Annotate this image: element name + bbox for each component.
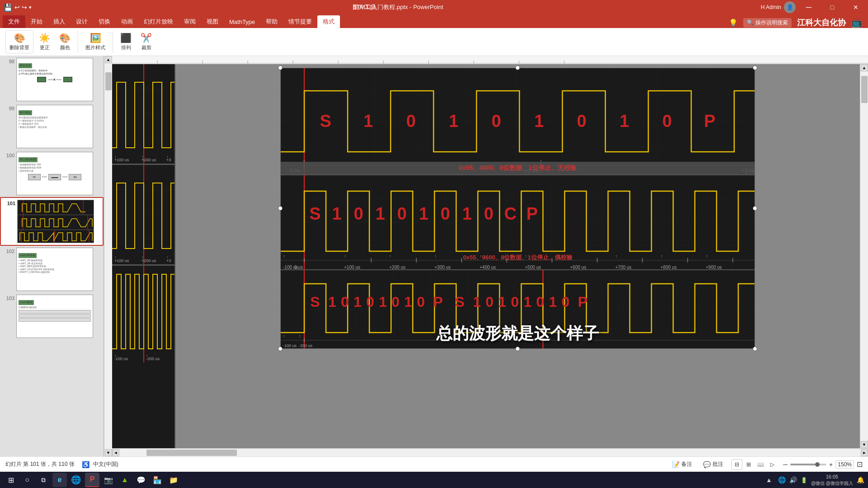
tab-file[interactable]: 文件	[3, 15, 25, 28]
zoom-slider-thumb[interactable]	[815, 462, 820, 467]
svg-rect-50	[112, 264, 175, 266]
tab-format[interactable]: 格式	[317, 15, 340, 28]
tab-review[interactable]: 审阅	[179, 15, 201, 28]
svg-rect-0	[18, 200, 94, 215]
ribbon-group-remove-bg[interactable]: 🎨删除背景	[5, 30, 33, 53]
tab-insert[interactable]: 插入	[48, 15, 71, 28]
search-btn[interactable]: ○	[20, 473, 34, 487]
slide-sorter-btn[interactable]: ⊞	[743, 459, 754, 470]
tab-help[interactable]: 帮助	[260, 15, 283, 28]
tab-mathtype[interactable]: MathType	[224, 15, 260, 28]
svg-rect-60	[281, 68, 755, 174]
hscroll-left-btn[interactable]: ◄	[112, 449, 119, 456]
taskview-btn[interactable]: ⧉	[36, 473, 51, 487]
search-icon: 🔍	[747, 19, 754, 26]
volume-icon[interactable]: 🔊	[789, 476, 797, 484]
save-icon[interactable]: 💾	[4, 3, 13, 12]
redo-icon[interactable]: ↪	[22, 4, 27, 11]
slide-thumb-102: UART寄存器 • UART_DR 数据寄存器 • UART_SR 状态寄存器 …	[16, 248, 93, 291]
svg-text:+600 us: +600 us	[570, 265, 586, 269]
slide-info: 幻灯片 第 101 张，共 110 张	[5, 460, 75, 468]
scroll-up-btn[interactable]: ▲	[105, 56, 112, 63]
minimize-btn[interactable]: ─	[798, 0, 819, 14]
zoom-minus[interactable]: ─	[783, 461, 788, 468]
svg-text:↑: ↑	[166, 255, 168, 259]
tab-storyboard[interactable]: 情节提要	[283, 15, 317, 28]
tab-home[interactable]: 开始	[25, 15, 48, 28]
start-btn[interactable]: ⊞	[4, 473, 18, 487]
normal-view-btn[interactable]: ⊟	[731, 459, 742, 470]
vscroll-track	[861, 71, 868, 441]
tab-animation[interactable]: 动画	[116, 15, 138, 28]
powerpoint-app[interactable]: P	[85, 473, 99, 487]
slide-item-99[interactable]: 99 电平规定 串行通信协议规定的逻辑电平 0 = 逻辑高电平 (3.3V/5V…	[0, 103, 104, 150]
vscroll-up-btn[interactable]: ▲	[861, 64, 868, 71]
hscroll-right-btn[interactable]: ►	[861, 449, 868, 456]
zoom-slider-track[interactable]	[790, 464, 826, 465]
brand-label: 江科大自化协	[797, 17, 846, 28]
ribbon-group-crop[interactable]: ✂️裁剪	[137, 31, 156, 53]
slide-item-100[interactable]: 100 串口通信框图 • 发送数据寄存器 TDR • 接收数据寄存器 RDR •…	[0, 150, 104, 197]
search-label[interactable]: 操作说明搜索	[755, 19, 788, 27]
slide-num-102: 102	[2, 248, 14, 254]
network-icon[interactable]: 🌐	[778, 476, 786, 484]
notes-btn[interactable]: 📝 备注	[669, 460, 695, 469]
svg-text:+800 us: +800 us	[660, 265, 677, 269]
show-desktop-btn[interactable]: ▲	[764, 474, 774, 485]
hscroll-thumb[interactable]	[146, 450, 237, 456]
notification-btn[interactable]: 🔔	[857, 476, 864, 484]
svg-text:↑: ↑	[114, 354, 116, 358]
slide-item-101[interactable]: 101	[0, 197, 104, 246]
ribbon-group-adjust[interactable]: ☀️更正	[35, 31, 54, 53]
close-btn[interactable]: ✕	[845, 0, 866, 14]
svg-rect-38	[112, 164, 175, 165]
notes-label: 备注	[681, 460, 692, 468]
slideshow-btn[interactable]: ▷	[767, 459, 778, 470]
zoom-plus[interactable]: +	[829, 461, 833, 468]
slide-item-102[interactable]: 102 UART寄存器 • UART_DR 数据寄存器 • UART_SR 状态…	[0, 246, 104, 293]
slide-item-98[interactable]: 98 硬件资源 ● 与工程资源相同：系统时钟 ● CPU核心频率主要通过程序控制…	[0, 56, 104, 103]
svg-rect-7	[18, 215, 94, 215]
slide-num-99: 99	[2, 105, 14, 111]
chrome-app[interactable]: 🌐	[69, 473, 83, 487]
svg-text:↑: ↑	[615, 254, 618, 258]
svg-text:+700 us: +700 us	[615, 265, 632, 269]
svg-text:↑: ↑	[706, 254, 708, 258]
slide-item-103[interactable]: 103 UART重用 引脚重用功能说明	[0, 293, 104, 340]
zoom-level[interactable]: 150%	[835, 460, 854, 469]
explorer-app[interactable]: 📁	[166, 473, 181, 487]
main-slide-canvas[interactable]: ↑ ↑ ↑ 0 ms +1 ms +2 ms	[175, 64, 860, 448]
svg-text:+900 us: +900 us	[706, 265, 722, 269]
tab-switch[interactable]: 切换	[93, 15, 116, 28]
ribbon-group-arrange[interactable]: ⬛排列	[117, 31, 135, 53]
ribbon-group-color[interactable]: 🎨颜色	[56, 31, 74, 53]
vscroll-down-btn[interactable]: ▼	[861, 441, 868, 448]
scroll-down-btn[interactable]: ▼	[105, 449, 112, 456]
comments-btn[interactable]: 💬 批注	[700, 460, 726, 469]
tab-design[interactable]: 设计	[71, 15, 93, 28]
svg-text:↑: ↑	[434, 254, 437, 258]
ribbon-group-style[interactable]: 🖼️图片样式	[82, 31, 109, 53]
scroll-track	[105, 63, 112, 449]
slide-thumb-100: 串口通信框图 • 发送数据寄存器 TDR • 接收数据寄存器 RDR • 波特率…	[16, 152, 93, 195]
customize-icon[interactable]: ▾	[29, 5, 32, 10]
scroll-thumb[interactable]	[105, 72, 112, 90]
android-app[interactable]: ▲	[118, 473, 132, 487]
svg-text:↑: ↑	[114, 155, 116, 159]
camera-app[interactable]: 📷	[101, 473, 116, 487]
vscroll-thumb[interactable]	[861, 76, 868, 103]
tab-view[interactable]: 视图	[201, 15, 224, 28]
slide-thumb-99: 电平规定 串行通信协议规定的逻辑电平 0 = 逻辑高电平 (3.3V/5V) 1…	[16, 105, 93, 148]
edge-app[interactable]: e	[52, 473, 67, 487]
wechat-app[interactable]: 💬	[134, 473, 148, 487]
maximize-btn[interactable]: □	[822, 0, 843, 14]
undo-icon[interactable]: ↩	[14, 4, 20, 11]
svg-text:+200 us: +200 us	[142, 258, 156, 263]
fit-btn[interactable]: ⊡	[857, 460, 863, 469]
store-app[interactable]: 🏪	[150, 473, 165, 487]
reading-view-btn[interactable]: 📖	[755, 459, 766, 470]
tab-slideshow[interactable]: 幻灯片放映	[138, 15, 179, 28]
svg-text:0 us: 0 us	[294, 265, 303, 269]
left-partial-osc: +100 us +200 us +3 ↑ ↑ ↑	[112, 64, 175, 448]
svg-text:+100 us: +100 us	[344, 265, 360, 269]
